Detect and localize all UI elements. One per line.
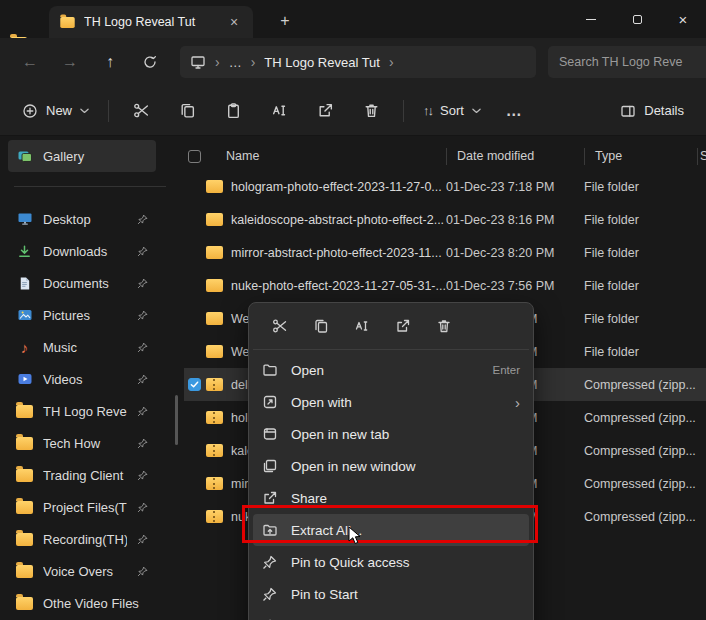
new-tab-button[interactable]: + [275,12,295,30]
copy-icon [313,318,329,334]
sidebar-item-pictures[interactable]: Pictures [8,299,156,331]
share-icon [262,490,279,506]
breadcrumb-chevron-icon: › [389,54,394,70]
select-all-checkbox[interactable] [188,150,201,163]
close-button[interactable]: × [660,0,706,38]
menu-item-share[interactable]: Share [253,482,529,514]
file-row[interactable]: kaleidoscope-abstract-photo-effect-2... … [184,203,706,236]
maximize-button[interactable] [614,0,660,38]
file-row[interactable]: mirror-abstract-photo-effect-2023-11... … [184,236,706,269]
tab-close-icon[interactable]: × [225,14,243,30]
forward-button[interactable]: → [50,45,90,79]
menu-item-open[interactable]: Open Enter [253,354,529,386]
rename-button[interactable] [261,95,297,127]
explorer-tab[interactable]: TH Logo Reveal Tut × [49,6,253,38]
column-header-name[interactable]: Name [206,149,446,163]
context-menu-quick-actions [253,307,529,350]
trash-icon [363,102,380,119]
more-options-button[interactable]: … [496,95,532,127]
share-button[interactable] [307,95,343,127]
column-header-type[interactable]: Type [584,148,697,165]
sidebar-item-recording[interactable]: Recording(TH) [8,523,156,555]
file-row[interactable]: nuke-photo-effect-2023-11-27-05-31-... 0… [184,269,706,302]
pin-icon [137,342,148,353]
menu-item-open-in-new-window[interactable]: Open in new window [253,450,529,482]
copy-button[interactable] [302,311,340,341]
menu-item-add-to-favorites[interactable]: Add to Favorites [253,610,529,620]
sidebar-item-trading-client[interactable]: Trading Client [8,459,156,491]
new-button[interactable]: New [12,96,99,126]
minimize-icon [586,19,596,20]
submenu-chevron-icon: › [515,394,520,411]
tab-folder-icon [60,16,74,27]
cut-button[interactable] [261,311,299,341]
new-tab-icon [262,426,279,442]
new-button-label: New [46,103,72,118]
file-name: hologram-photo-effect-2023-11-27-0... [231,180,442,194]
sidebar-item-label: Othe Video Files [43,596,148,611]
toolbar-divider [108,100,109,122]
sort-arrows-icon: ↑↓ [423,103,432,118]
folder-icon [206,180,223,193]
videos-icon [16,371,33,388]
up-button[interactable]: ↑ [90,45,130,79]
details-pane-button[interactable]: Details [610,96,694,126]
desktop-icon [16,211,33,228]
column-header-size[interactable]: S [697,148,706,165]
menu-item-open-with[interactable]: Open with › [253,386,529,418]
file-type: File folder [584,180,697,194]
rename-button[interactable] [343,311,381,341]
minimize-button[interactable] [568,0,614,38]
plus-circle-icon [22,103,38,119]
sidebar-item-label: Gallery [43,149,148,164]
pin-icon [137,438,148,449]
sidebar-scrollbar[interactable] [175,395,178,445]
zip-folder-icon [206,444,223,457]
sidebar-item-gallery[interactable]: Gallery [8,140,156,172]
folder-icon [16,467,33,484]
file-type: File folder [584,345,697,359]
paste-button[interactable] [215,95,251,127]
breadcrumb-overflow-button[interactable]: … [229,55,242,70]
menu-item-extract-all[interactable]: Extract All... [253,514,529,546]
delete-button[interactable] [425,311,463,341]
toolbar-divider [403,100,404,122]
sidebar-item-desktop[interactable]: Desktop [8,203,156,235]
file-row[interactable]: hologram-photo-effect-2023-11-27-0... 01… [184,170,706,203]
sidebar-item-label: Voice Overs [43,564,127,579]
menu-item-pin-to-start[interactable]: Pin to Start [253,578,529,610]
file-date: 01-Dec-23 7:18 PM [446,180,584,194]
file-date: 01-Dec-23 8:16 PM [446,213,584,227]
sidebar-item-other-video-files[interactable]: Othe Video Files [8,587,156,619]
folder-icon [206,213,223,226]
cut-button[interactable] [123,95,159,127]
search-input[interactable]: Search TH Logo Reve [548,46,706,78]
cut-icon [272,318,288,334]
sort-button[interactable]: ↑↓ Sort [413,96,491,125]
sidebar-item-downloads[interactable]: Downloads [8,235,156,267]
sidebar-item-label: Downloads [43,244,127,259]
menu-item-open-in-new-tab[interactable]: Open in new tab [253,418,529,450]
breadcrumb-current-folder[interactable]: TH Logo Reveal Tut [264,55,380,70]
folder-icon [16,563,33,580]
pin-icon [262,587,279,602]
delete-button[interactable] [353,95,389,127]
sidebar-item-tech-how[interactable]: Tech How [8,427,156,459]
sidebar-item-documents[interactable]: Documents [8,267,156,299]
sidebar-item-project-files[interactable]: Project Files(TH... [8,491,156,523]
back-button[interactable]: ← [10,45,50,79]
sidebar-item-voice-overs[interactable]: Voice Overs [8,555,156,587]
column-header-date-modified[interactable]: Date modified [446,148,584,165]
sidebar-item-label: Tech How [43,436,127,451]
sidebar-item-videos[interactable]: Videos [8,363,156,395]
sidebar-item-music[interactable]: ♪ Music [8,331,156,363]
copy-button[interactable] [169,95,205,127]
sidebar-item-th-logo-reveal[interactable]: TH Logo Revea... [8,395,156,427]
menu-item-pin-to-quick-access[interactable]: Pin to Quick access [253,546,529,578]
file-type: File folder [584,279,697,293]
refresh-button[interactable] [130,45,170,79]
address-bar[interactable]: › … › TH Logo Reveal Tut › [180,46,536,78]
menu-item-label: Share [291,491,327,506]
row-checkbox-checked[interactable] [188,378,201,391]
share-button[interactable] [384,311,422,341]
